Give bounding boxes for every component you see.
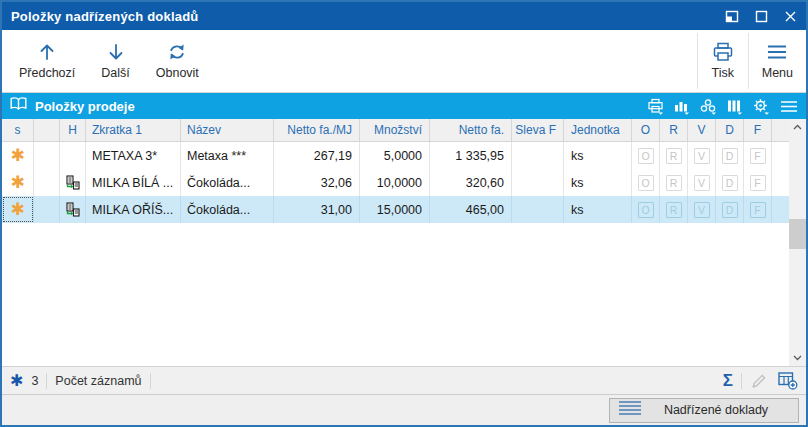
arrow-down-icon bbox=[105, 41, 127, 63]
dock-window-icon[interactable] bbox=[725, 10, 739, 23]
next-button[interactable]: Další bbox=[88, 30, 142, 92]
vertical-scrollbar[interactable] bbox=[789, 119, 806, 366]
col-header-rest bbox=[772, 119, 789, 141]
col-header-d[interactable]: D bbox=[716, 119, 744, 141]
refresh-label: Obnovit bbox=[156, 66, 199, 80]
maximize-icon[interactable] bbox=[755, 10, 768, 23]
record-asterisk-icon: ✱ bbox=[10, 174, 24, 191]
jednotka-cell[interactable]: ks bbox=[564, 142, 632, 169]
table-header-row: s H Zkratka 1 Název Netto fa./MJ Množstv… bbox=[2, 119, 789, 142]
jednotka-cell[interactable]: ks bbox=[564, 196, 632, 223]
nazev-cell[interactable]: Metaxa *** bbox=[181, 142, 274, 169]
netto-mj-cell[interactable]: 31,00 bbox=[274, 196, 360, 223]
flag-o-cell: O bbox=[632, 196, 660, 223]
row-rest bbox=[772, 196, 789, 223]
flag-r-cell: R bbox=[660, 169, 688, 196]
parent-documents-tab[interactable]: Nadřízené doklady bbox=[609, 398, 799, 423]
col-header-o[interactable]: O bbox=[632, 119, 660, 141]
table-row[interactable]: ✱ METAXA 3* Metaxa *** 267,19 5,0000 1 3… bbox=[2, 142, 789, 169]
sleva-f-cell[interactable] bbox=[512, 169, 564, 196]
scrollbar-track[interactable] bbox=[789, 135, 806, 350]
menu-button[interactable]: Menu bbox=[749, 30, 806, 92]
hierarchy-cell[interactable] bbox=[60, 196, 86, 223]
status-bar: ✱ 3 Počet záznamů Σ bbox=[2, 366, 806, 394]
netto-mj-cell[interactable]: 32,06 bbox=[274, 169, 360, 196]
blank-cell[interactable] bbox=[34, 169, 60, 196]
flag-v-box: V bbox=[694, 148, 710, 164]
nazev-cell[interactable]: Čokoláda... bbox=[181, 169, 274, 196]
status-cell[interactable]: ✱ bbox=[2, 169, 34, 196]
previous-button[interactable]: Předchozí bbox=[6, 30, 88, 92]
scrollbar-thumb[interactable] bbox=[789, 219, 806, 249]
close-icon[interactable] bbox=[784, 10, 797, 23]
flag-d-box: D bbox=[722, 175, 738, 191]
mnozstvi-cell[interactable]: 10,0000 bbox=[360, 169, 430, 196]
refresh-button[interactable]: Obnovit bbox=[143, 30, 212, 92]
flag-d-box: D bbox=[722, 148, 738, 164]
grouping-icon[interactable] bbox=[699, 98, 717, 115]
sleva-f-cell[interactable] bbox=[512, 142, 564, 169]
col-header-jednotka[interactable]: Jednotka bbox=[564, 119, 632, 141]
sum-icon[interactable]: Σ bbox=[723, 371, 733, 391]
zkratka-cell[interactable]: METAXA 3* bbox=[86, 142, 181, 169]
flag-o-cell: O bbox=[632, 169, 660, 196]
flag-r-box: R bbox=[666, 148, 682, 164]
record-count-label: Počet záznamů bbox=[55, 374, 141, 388]
sleva-f-cell[interactable] bbox=[512, 196, 564, 223]
zkratka-cell[interactable]: MILKA OŘÍŠ... bbox=[86, 196, 181, 223]
col-header-sleva-f[interactable]: Sleva F bbox=[512, 119, 564, 141]
panel-menu-icon[interactable] bbox=[779, 99, 799, 114]
scroll-up-icon[interactable] bbox=[789, 119, 806, 135]
panel-title: Položky prodeje bbox=[35, 99, 135, 114]
add-view-icon[interactable] bbox=[777, 371, 798, 390]
flag-d-cell: D bbox=[716, 142, 744, 169]
flag-f-box: F bbox=[750, 202, 766, 218]
record-asterisk-icon: ✱ bbox=[10, 147, 24, 164]
panel-print-icon[interactable] bbox=[647, 98, 664, 115]
col-header-nazev[interactable]: Název bbox=[181, 119, 274, 141]
flag-r-cell: R bbox=[660, 196, 688, 223]
linked-items-icon bbox=[65, 202, 80, 217]
mnozstvi-cell[interactable]: 15,0000 bbox=[360, 196, 430, 223]
book-icon bbox=[9, 96, 28, 116]
mnozstvi-cell[interactable]: 5,0000 bbox=[360, 142, 430, 169]
col-header-blank[interactable] bbox=[34, 119, 60, 141]
blank-cell[interactable] bbox=[34, 196, 60, 223]
col-header-zkratka[interactable]: Zkratka 1 bbox=[86, 119, 181, 141]
panel-header: Položky prodeje bbox=[2, 93, 806, 119]
flag-o-box: O bbox=[638, 175, 654, 191]
chart-icon[interactable] bbox=[673, 98, 690, 115]
scroll-down-icon[interactable] bbox=[789, 350, 806, 366]
col-header-f[interactable]: F bbox=[744, 119, 772, 141]
print-button[interactable]: Tisk bbox=[698, 30, 748, 92]
parent-documents-tab-label: Nadřízené doklady bbox=[642, 403, 798, 417]
col-header-v[interactable]: V bbox=[688, 119, 716, 141]
status-cell[interactable]: ✱ bbox=[2, 142, 34, 169]
netto-fa-cell[interactable]: 320,60 bbox=[430, 169, 512, 196]
col-header-s[interactable]: s bbox=[2, 119, 34, 141]
zkratka-cell[interactable]: MILKA BÍLÁ ... bbox=[86, 169, 181, 196]
hierarchy-cell[interactable] bbox=[60, 142, 86, 169]
col-header-r[interactable]: R bbox=[660, 119, 688, 141]
jednotka-cell[interactable]: ks bbox=[564, 169, 632, 196]
columns-icon[interactable] bbox=[726, 98, 743, 115]
flag-d-cell: D bbox=[716, 196, 744, 223]
table-row-selected[interactable]: ✱ MILKA OŘÍŠ... Čokoláda... 31,00 15,000… bbox=[2, 196, 789, 223]
status-separator bbox=[741, 373, 742, 389]
netto-mj-cell[interactable]: 267,19 bbox=[274, 142, 360, 169]
status-cell-focused[interactable]: ✱ bbox=[2, 196, 34, 223]
gear-icon[interactable] bbox=[752, 98, 770, 115]
netto-fa-cell[interactable]: 1 335,95 bbox=[430, 142, 512, 169]
nazev-cell[interactable]: Čokoláda... bbox=[181, 196, 274, 223]
items-table: s H Zkratka 1 Název Netto fa./MJ Množstv… bbox=[2, 119, 789, 366]
table-row[interactable]: ✱ MILKA BÍLÁ ... Čokoláda... 32,06 10,00… bbox=[2, 169, 789, 196]
flag-o-box: O bbox=[638, 202, 654, 218]
blank-cell[interactable] bbox=[34, 142, 60, 169]
flag-r-box: R bbox=[666, 175, 682, 191]
col-header-netto-mj[interactable]: Netto fa./MJ bbox=[274, 119, 360, 141]
col-header-mnozstvi[interactable]: Množství bbox=[360, 119, 430, 141]
col-header-netto-fa[interactable]: Netto fa. bbox=[430, 119, 512, 141]
netto-fa-cell[interactable]: 465,00 bbox=[430, 196, 512, 223]
col-header-h[interactable]: H bbox=[60, 119, 86, 141]
hierarchy-cell[interactable] bbox=[60, 169, 86, 196]
